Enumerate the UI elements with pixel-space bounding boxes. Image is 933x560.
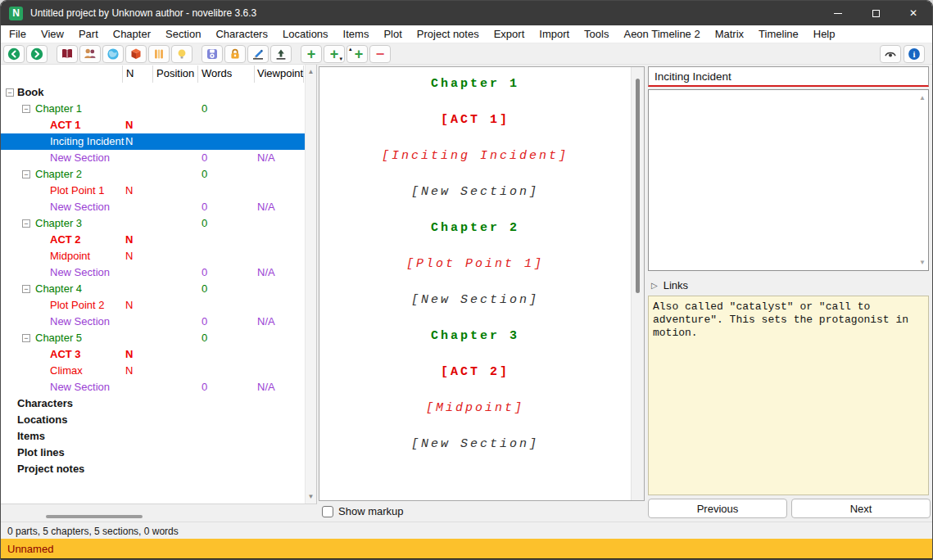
column-separator[interactable] (152, 65, 153, 83)
menu-import[interactable]: Import (532, 26, 577, 42)
tree-row-chapter-3[interactable]: −Chapter 30 (1, 215, 305, 232)
toolbar-group (57, 45, 194, 63)
manuscript-button[interactable] (247, 45, 269, 63)
scroll-down-icon[interactable]: ▼ (919, 259, 926, 266)
tree-row-project-notes[interactable]: Project notes (1, 461, 305, 477)
tree-cell-n: N (125, 348, 133, 360)
section-title-input[interactable]: Inciting Incident (648, 66, 929, 87)
scroll-up-icon[interactable]: ▲ (306, 68, 316, 75)
tree-row-chapter-2[interactable]: −Chapter 20 (1, 166, 305, 183)
characters-button[interactable] (79, 45, 101, 63)
preview-scrollbar-thumb[interactable] (636, 79, 640, 293)
tree-row-act-3[interactable]: ACT 3N (1, 346, 305, 363)
column-header-words: Words (202, 67, 232, 79)
menu-export[interactable]: Export (487, 26, 532, 42)
menu-plot[interactable]: Plot (376, 26, 409, 42)
tree-row-act-2[interactable]: ACT 2N (1, 232, 305, 248)
tree-row-chapter-4[interactable]: −Chapter 40 (1, 281, 305, 297)
collapse-expander-icon[interactable]: − (22, 105, 30, 113)
book-button[interactable] (57, 45, 78, 63)
tree-row-plot-point-2[interactable]: Plot Point 2N (1, 297, 305, 314)
tree-row-new-section[interactable]: New Section0N/A (1, 199, 305, 215)
locations-button[interactable] (102, 45, 124, 63)
column-separator[interactable] (122, 65, 123, 83)
lock-button[interactable] (224, 45, 246, 63)
tree-row-new-section[interactable]: New Section0N/A (1, 379, 305, 395)
info-button[interactable]: i (904, 45, 925, 63)
tree-row-characters[interactable]: Characters (1, 395, 305, 412)
menu-items[interactable]: Items (336, 26, 377, 42)
add-element-button[interactable]: + (301, 45, 322, 63)
tree-row-inciting-incident[interactable]: Inciting IncidentN (1, 133, 305, 150)
collapse-expander-icon[interactable]: − (22, 334, 30, 342)
tree-row-items[interactable]: Items (1, 428, 305, 445)
tree-row-new-section[interactable]: New Section0N/A (1, 150, 305, 166)
notes-textarea[interactable]: Also called "catalyst" or "call to adven… (648, 296, 929, 495)
description-textarea[interactable]: ▲ ▼ (648, 89, 929, 271)
tree-horizontal-scrollbar[interactable] (46, 515, 143, 518)
menu-help[interactable]: Help (806, 26, 843, 42)
tree-row-act-1[interactable]: ACT 1N (1, 117, 305, 133)
column-header-viewpoint: Viewpoint (257, 67, 303, 79)
column-separator[interactable] (197, 65, 198, 83)
menu-view[interactable]: View (34, 26, 71, 42)
cube-icon (129, 47, 143, 61)
collapse-expander-icon[interactable]: − (22, 285, 30, 293)
menu-project-notes[interactable]: Project notes (410, 26, 487, 42)
save-button[interactable] (202, 45, 223, 63)
maximize-button[interactable] (857, 1, 895, 25)
menu-timeline[interactable]: Timeline (751, 26, 806, 42)
show-markup-checkbox[interactable]: Show markup (322, 505, 403, 517)
menu-characters[interactable]: Characters (208, 26, 275, 42)
scroll-up-icon[interactable]: ▲ (919, 94, 926, 102)
menu-matrix[interactable]: Matrix (708, 26, 751, 42)
project-notes-button[interactable] (171, 45, 192, 63)
menu-chapter[interactable]: Chapter (106, 26, 158, 42)
export-button[interactable] (270, 45, 292, 63)
menu-file[interactable]: File (2, 26, 34, 42)
menu-part[interactable]: Part (71, 26, 106, 42)
tree-cell-vp: N/A (257, 266, 275, 278)
tree-row-new-section[interactable]: New Section0N/A (1, 264, 305, 281)
tree-row-plot-point-1[interactable]: Plot Point 1N (1, 183, 305, 199)
tree-row-chapter-5[interactable]: −Chapter 50 (1, 330, 305, 346)
menu-tools[interactable]: Tools (577, 26, 616, 42)
next-button[interactable]: Next (791, 499, 931, 518)
preview-vertical-scrollbar[interactable] (631, 67, 644, 500)
tree-row-plot-lines[interactable]: Plot lines (1, 445, 305, 461)
tree-row-new-section[interactable]: New Section0N/A (1, 314, 305, 330)
tree-vertical-scrollbar[interactable]: ▲ ▼ (305, 65, 316, 504)
previous-button[interactable]: Previous (648, 499, 787, 518)
checkbox-icon[interactable] (322, 506, 333, 517)
close-button[interactable]: ✕ (895, 1, 932, 25)
go-forward-button[interactable] (26, 45, 48, 63)
tree-row-book[interactable]: −Book (1, 84, 305, 101)
column-separator[interactable] (254, 65, 255, 83)
scroll-down-icon[interactable]: ▼ (306, 493, 316, 500)
items-button[interactable] (125, 45, 147, 63)
tree-row-climax[interactable]: ClimaxN (1, 363, 305, 379)
collapse-expander-icon[interactable]: − (6, 88, 14, 97)
go-back-button[interactable] (3, 45, 25, 63)
tree-cell-words: 0 (202, 151, 207, 164)
add-parent-button[interactable]: +▴ (346, 45, 368, 63)
collapse-expander-icon[interactable]: − (22, 219, 30, 228)
tree-row-chapter-1[interactable]: −Chapter 10 (1, 101, 305, 117)
remove-element-button[interactable]: − (369, 45, 391, 63)
tree-row-label: New Section (50, 381, 110, 393)
minimize-button[interactable] (819, 1, 857, 25)
column-separator[interactable] (303, 65, 304, 83)
toggle-properties-button[interactable] (880, 45, 901, 63)
menu-section[interactable]: Section (158, 26, 208, 42)
links-section-toggle[interactable]: ▷ Links (648, 277, 931, 294)
add-child-button[interactable]: +▾ (324, 45, 345, 63)
collapse-expander-icon[interactable]: − (22, 170, 30, 178)
tree-row-locations[interactable]: Locations (1, 412, 305, 428)
preview-panel[interactable]: Chapter 1[ACT 1][Inciting Incident][New … (319, 66, 645, 501)
collapsed-triangle-icon[interactable]: ▷ (651, 281, 658, 290)
menu-locations[interactable]: Locations (275, 26, 336, 42)
column-header-position: Position (156, 67, 194, 79)
menu-aeon-timeline-2[interactable]: Aeon Timeline 2 (616, 26, 707, 42)
tree-row-midpoint[interactable]: MidpointN (1, 248, 305, 264)
plot-lines-button[interactable] (148, 45, 170, 63)
